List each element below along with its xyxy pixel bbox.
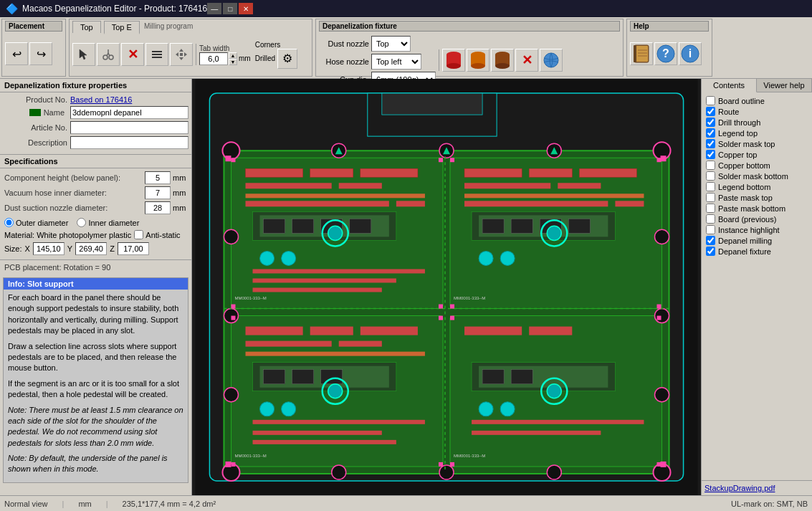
delete-button[interactable]: ✕ [121,43,144,66]
inner-diameter-radio[interactable] [77,218,86,227]
layer-paste-mask-top-checkbox[interactable] [706,193,715,202]
help-button[interactable]: ? [654,42,677,65]
svg-rect-59 [253,278,396,282]
svg-text:?: ? [662,47,669,59]
fixture-delete-button[interactable]: ✕ [515,49,538,72]
dust-nozzle-select[interactable]: Top Bottom [371,36,411,52]
tab-width-up[interactable]: ▲ [229,52,237,59]
layer-depanel-milling-checkbox[interactable] [706,236,715,245]
size-y-label: Y [67,244,72,253]
dust-suction-input[interactable] [145,201,171,214]
outer-diameter-label[interactable]: Outer diameter [4,218,68,227]
tab-width-input[interactable] [199,52,228,65]
tab-width-unit: mm [239,54,251,62]
layer-depanel-fixture[interactable]: Depanel fixture [703,246,811,257]
svg-rect-52 [264,219,285,233]
based-on-link[interactable]: Based on 176416 [70,95,132,104]
layer-solder-mask-top[interactable]: Solder mask top [703,138,811,149]
outer-diameter-radio[interactable] [4,218,14,227]
move-button[interactable] [170,43,193,66]
layer-instance-highlight[interactable]: Instance highlight [703,224,811,235]
layer-copper-bottom[interactable]: Copper bottom [703,160,811,171]
cut-button[interactable] [97,43,120,66]
globe-button[interactable] [540,49,563,72]
pcb-canvas[interactable]: MM0001-333--M MM0001-333--M MM0001-333--… [192,79,701,495]
svg-point-117 [439,465,454,479]
article-no-input[interactable] [70,121,188,134]
inner-diameter-label[interactable]: Inner diameter [77,218,139,227]
fixture-props-title: Depanelization fixture properties [0,79,191,92]
name-input[interactable] [70,106,188,119]
layer-board-outline-checkbox[interactable] [706,96,715,105]
app-title: Macaos Depanelization Editor - Product: … [22,4,207,14]
svg-point-100 [500,402,515,416]
corners-gear-button[interactable]: ⚙ [277,49,297,69]
layer-depanel-fixture-checkbox[interactable] [706,247,715,256]
size-y-input[interactable] [75,242,107,255]
layer-instance-highlight-checkbox[interactable] [706,225,715,234]
canvas-area[interactable]: MM0001-333--M MM0001-333--M MM0001-333--… [192,79,701,495]
layer-copper-top[interactable]: Copper top [703,149,811,160]
size-x-input[interactable] [33,242,65,255]
anti-static-checkbox[interactable] [134,230,143,239]
minimize-button[interactable]: — [207,3,221,14]
close-button[interactable]: ✕ [239,3,253,14]
svg-rect-67 [464,201,608,206]
cup-orange-button[interactable] [467,49,489,72]
layer-copper-top-checkbox[interactable] [706,150,715,159]
component-height-input[interactable] [145,171,171,184]
maximize-button[interactable]: □ [223,3,237,14]
layer-board-previous[interactable]: Board (previous) [703,214,811,224]
milling-tab-top[interactable]: Top [72,21,101,33]
manual-button[interactable] [630,42,653,65]
milling-buttons: ✕ [72,34,309,75]
layer-solder-mask-bottom-checkbox[interactable] [706,171,715,181]
cup-brown-button[interactable] [491,49,514,72]
svg-rect-46 [339,183,382,188]
hose-nozzle-select[interactable]: Top left Top right Bottom left Bottom ri… [371,54,421,70]
vacuum-hose-input[interactable] [145,186,171,199]
description-input[interactable] [70,136,188,149]
layer-depanel-milling[interactable]: Depanel milling [703,235,811,246]
layer-route-checkbox[interactable] [706,107,715,116]
select-tool-button[interactable] [72,43,95,66]
layer-board-outline[interactable]: Board outline [703,95,811,106]
align-button[interactable] [145,43,168,66]
window-controls[interactable]: — □ ✕ [207,3,253,14]
layer-legend-top-checkbox[interactable] [706,128,715,138]
svg-rect-87 [321,370,343,384]
layer-legend-top[interactable]: Legend top [703,128,811,138]
info-button[interactable]: i [679,42,702,65]
anti-static-label[interactable]: Anti-static [134,230,180,239]
stackup-link[interactable]: StackupDrawing.pdf [702,480,812,495]
svg-point-57 [282,251,296,265]
redo-button[interactable]: ↪ [29,42,52,65]
layer-paste-mask-bottom[interactable]: Paste mask bottom [703,203,811,214]
svg-rect-55 [350,219,371,233]
tab-viewer-help[interactable]: Viewer help [757,79,812,92]
layer-route[interactable]: Route [703,106,811,117]
layer-legend-bottom-checkbox[interactable] [706,182,715,191]
layer-board-previous-checkbox[interactable] [706,214,715,224]
tab-contents[interactable]: Contents [702,79,757,92]
main-area: Depanelization fixture properties Produc… [0,79,812,495]
layer-paste-mask-top[interactable]: Paste mask top [703,192,811,203]
layer-copper-bottom-checkbox[interactable] [706,161,715,170]
milling-tab-top-e[interactable]: Top E [104,21,140,34]
layer-solder-mask-top-checkbox[interactable] [706,139,715,148]
svg-rect-72 [511,219,532,233]
layer-solder-mask-bottom[interactable]: Solder mask bottom [703,171,811,181]
tab-width-down[interactable]: ▼ [229,59,237,65]
tab-width-label: Tab width [199,44,229,52]
layer-drill-through[interactable]: Drill through [703,117,811,128]
tab-width-arrows[interactable]: ▲ ▼ [229,52,237,65]
layer-legend-bottom[interactable]: Legend bottom [703,181,811,192]
layer-drill-through-checkbox[interactable] [706,118,715,127]
size-z-input[interactable] [118,242,149,255]
undo-button[interactable]: ↩ [5,42,28,65]
status-bar: Normal view | mm | 235,1*177,4 mm = 4,2 … [0,495,812,511]
svg-point-99 [479,402,493,416]
svg-rect-102 [472,431,601,435]
cup-red-button[interactable] [442,49,465,72]
layer-paste-mask-bottom-checkbox[interactable] [706,204,715,213]
